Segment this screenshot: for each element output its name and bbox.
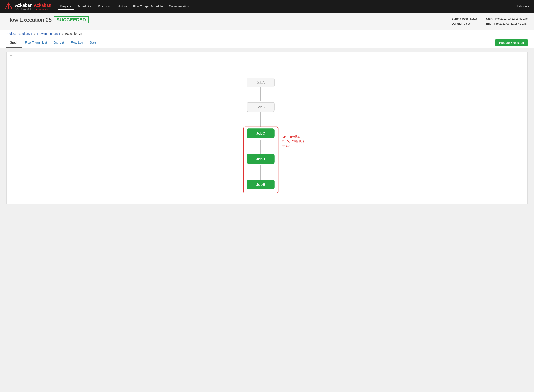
breadcrumb-sep1: / — [34, 32, 35, 35]
graph-panel: ☰ JobA JobB JobC JobD — [6, 52, 528, 204]
duration-value: 0 sec — [464, 22, 471, 25]
navbar: Azkaban Azkaban 0.1.0-SNAPSHOT My Azkaba… — [0, 0, 534, 13]
submit-user-meta: Submit User kkbrwe Duration 0 sec — [452, 16, 477, 26]
tab-job-list[interactable]: Job List — [50, 38, 67, 47]
node-joba-label[interactable]: JobA — [256, 81, 265, 85]
tab-flow-log[interactable]: Flow Log — [67, 38, 86, 47]
node-jobe-label[interactable]: JobE — [256, 182, 265, 187]
end-time-label: End Time — [486, 22, 499, 25]
status-badge: SUCCEEDED — [54, 16, 88, 23]
user-dropdown-arrow: ▼ — [528, 5, 530, 8]
breadcrumb-flow-label[interactable]: Flow — [37, 32, 43, 35]
nav-username: kkbrwe — [517, 5, 527, 8]
brand: Azkaban Azkaban 0.1.0-SNAPSHOT My Azkaba… — [4, 2, 52, 11]
info-bar: Flow Execution 25 SUCCEEDED Submit User … — [0, 13, 534, 30]
node-jobd-label[interactable]: JobD — [256, 157, 265, 161]
time-meta: Start Time 2021-03-22 18:42 14s End Time… — [486, 16, 528, 26]
node-jobc-label[interactable]: JobC — [256, 131, 265, 135]
tabs: Graph Flow Trigger List Job List Flow Lo… — [6, 38, 100, 47]
execution-title: Flow Execution 25 SUCCEEDED — [6, 16, 89, 23]
submit-user-value: kkbrwe — [469, 17, 478, 20]
breadcrumb-project-label[interactable]: Project — [6, 32, 16, 35]
nav-documentation[interactable]: Documentation — [166, 3, 192, 9]
end-time-value: 2021-03-22 18:42 14s — [499, 22, 527, 25]
nav-history[interactable]: History — [115, 3, 130, 9]
tab-graph[interactable]: Graph — [6, 38, 22, 47]
start-time-value: 2021-03-22 18:42 14s — [501, 17, 528, 20]
brand-version: 0.1.0-SNAPSHOT — [15, 8, 34, 10]
prepare-execution-button[interactable]: Prepare Execution — [495, 39, 528, 46]
nav-flow-trigger-schedule[interactable]: Flow Trigger Schedule — [130, 3, 165, 9]
brand-my-azkaban: My Azkaban — [36, 8, 48, 10]
brand-name-red: Azkaban — [34, 3, 51, 8]
graph-toggle-icon[interactable]: ☰ — [9, 55, 13, 59]
annotation-line2: C、D、E重新执行 — [282, 140, 304, 143]
nav-user[interactable]: kkbrwe ▼ — [517, 5, 530, 8]
tab-stats[interactable]: Stats — [86, 38, 100, 47]
annotation-line1: jobA、B被跳过 — [282, 135, 301, 138]
breadcrumb-execution-label: Execution — [65, 32, 78, 35]
start-time-label: Start Time — [486, 17, 500, 20]
breadcrumb-execution-value: 25 — [79, 32, 83, 35]
nav-projects[interactable]: Projects — [58, 3, 74, 9]
brand-name-white: Azkaban — [15, 3, 33, 8]
tab-flow-trigger-list[interactable]: Flow Trigger List — [22, 38, 50, 47]
breadcrumb: Project manultetry1 / Flow manulretry1 /… — [0, 30, 534, 38]
tabs-container: Graph Flow Trigger List Job List Flow Lo… — [0, 38, 534, 48]
nav-executing[interactable]: Executing — [96, 3, 114, 9]
annotation-line3: 并成功 — [282, 144, 290, 148]
breadcrumb-sep2: / — [62, 32, 63, 35]
execution-title-text: Flow Execution 25 — [6, 17, 52, 23]
breadcrumb-flow-value[interactable]: manulretry1 — [44, 32, 60, 35]
meta-block: Submit User kkbrwe Duration 0 sec Start … — [452, 16, 528, 26]
flow-graph-svg: JobA JobB JobC JobD JobE jobA、B被跳过 C、D、E… — [192, 59, 342, 204]
flow-graph-area: JobA JobB JobC JobD JobE jobA、B被跳过 C、D、E… — [7, 52, 527, 204]
duration-label: Duration — [452, 22, 463, 25]
nav-links: Projects Scheduling Executing History Fl… — [58, 3, 517, 9]
nav-scheduling[interactable]: Scheduling — [75, 3, 95, 9]
node-jobb-label[interactable]: JobB — [256, 105, 265, 109]
submit-user-label: Submit User — [452, 17, 468, 20]
breadcrumb-project-value[interactable]: manultetry1 — [16, 32, 32, 35]
azkaban-logo — [4, 2, 13, 11]
